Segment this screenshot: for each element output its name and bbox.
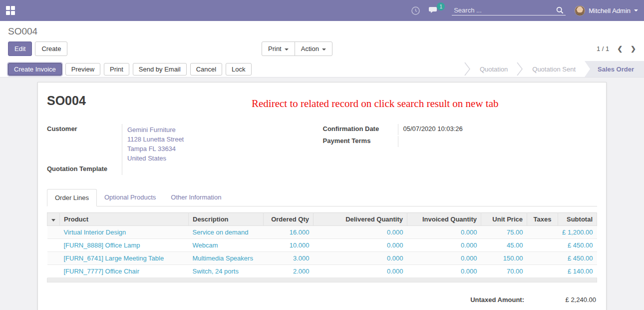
send-by-email-button[interactable]: Send by Email [133, 63, 187, 76]
sales-order-sheet: SO004 Redirect to related record on clic… [37, 82, 607, 310]
user-avatar [575, 6, 585, 16]
order-lines-table: Product Description Ordered Qty Delivere… [47, 212, 597, 278]
col-product[interactable]: Product [60, 213, 189, 226]
preview-button[interactable]: Preview [65, 63, 100, 76]
step-quotation-sent[interactable]: Quotation Sent [523, 61, 585, 77]
table-header-row: Product Description Ordered Qty Delivere… [47, 213, 597, 226]
lock-button[interactable]: Lock [226, 63, 251, 76]
notebook-tabs: Order Lines Optional Products Other Info… [47, 189, 597, 206]
pager-previous-icon[interactable]: ❮ [617, 45, 623, 52]
col-delivered-qty[interactable]: Delivered Quantity [314, 213, 407, 226]
chevron-down-icon [51, 219, 55, 222]
control-panel: SO004 Edit Create Print Action 1 / 1 ❮ ❯ [0, 21, 644, 61]
table-row[interactable]: Virtual Interior Design Service on deman… [47, 226, 597, 239]
messages-count-badge: 1 [437, 2, 445, 10]
table-row[interactable]: [FURN_6741] Large Meeting Table Multimed… [47, 252, 597, 265]
confirmation-date-value: 05/07/2020 10:03:26 [398, 124, 598, 135]
col-ordered-qty[interactable]: Ordered Qty [264, 213, 314, 226]
tab-order-lines[interactable]: Order Lines [47, 189, 97, 206]
payment-terms-value [398, 136, 598, 147]
customer-value[interactable]: Gemini Furniture 1128 Lunetta Street Tam… [122, 124, 322, 164]
step-quotation[interactable]: Quotation [471, 61, 517, 77]
breadcrumb: SO004 [8, 26, 636, 37]
quotation-template-value [122, 164, 322, 175]
messages-icon[interactable]: 1 [429, 6, 439, 14]
table-row[interactable]: [FURN_8888] Office Lamp Webcam 10.000 0.… [47, 239, 597, 252]
tab-other-information[interactable]: Other Information [163, 189, 229, 206]
apps-menu-icon[interactable] [6, 6, 15, 15]
edit-button[interactable]: Edit [8, 42, 32, 56]
step-separator-icon [517, 62, 523, 76]
user-name: Mitchell Admin [589, 7, 631, 14]
action-dropdown-button[interactable]: Action [295, 42, 332, 56]
payment-terms-label: Payment Terms [323, 136, 398, 147]
table-row[interactable]: [FURN_7777] Office Chair Switch, 24 port… [47, 265, 597, 278]
col-subtotal[interactable]: Subtotal [558, 213, 597, 226]
col-description[interactable]: Description [189, 213, 264, 226]
user-menu[interactable]: Mitchell Admin [575, 6, 638, 16]
activities-clock-icon[interactable] [411, 6, 420, 15]
print-dropdown-button[interactable]: Print [262, 42, 295, 56]
step-sales-order[interactable]: Sales Order [585, 61, 644, 77]
search-icon[interactable] [556, 6, 564, 14]
print-button[interactable]: Print [104, 63, 129, 76]
untaxed-amount-label: Untaxed Amount: [470, 296, 524, 304]
totals-row: Untaxed Amount: £ 2,240.00 [47, 296, 597, 304]
customer-label: Customer [47, 124, 122, 164]
untaxed-amount-value: £ 2,240.00 [548, 296, 596, 304]
confirmation-date-label: Confirmation Date [323, 124, 398, 135]
search-input[interactable] [454, 6, 556, 14]
pager-value[interactable]: 1 / 1 [597, 45, 609, 52]
pager-next-icon[interactable]: ❯ [631, 45, 636, 52]
status-steps: Quotation Quotation Sent Sales Order [464, 61, 644, 77]
chevron-down-icon [634, 10, 638, 12]
top-navbar: 1 Mitchell Admin [0, 0, 644, 21]
chevron-down-icon [322, 48, 326, 50]
col-unit-price[interactable]: Unit Price [481, 213, 527, 226]
quotation-template-label: Quotation Template [47, 164, 122, 175]
step-separator-icon [464, 62, 471, 76]
col-invoiced-qty[interactable]: Invoiced Quantity [407, 213, 481, 226]
table-footer-strip [47, 278, 597, 282]
annotation-note: Redirect to related record on click sear… [252, 98, 498, 110]
cancel-button[interactable]: Cancel [190, 63, 222, 76]
chevron-down-icon [285, 48, 289, 50]
tab-optional-products[interactable]: Optional Products [97, 189, 163, 206]
statusbar: Create Invoice Preview Print Send by Ema… [0, 61, 644, 78]
global-search[interactable] [452, 6, 566, 16]
create-button[interactable]: Create [35, 42, 67, 56]
content-area: SO004 Redirect to related record on clic… [0, 78, 644, 306]
col-taxes[interactable]: Taxes [527, 213, 558, 226]
list-options-caret[interactable] [47, 213, 60, 226]
create-invoice-button[interactable]: Create Invoice [8, 63, 62, 76]
